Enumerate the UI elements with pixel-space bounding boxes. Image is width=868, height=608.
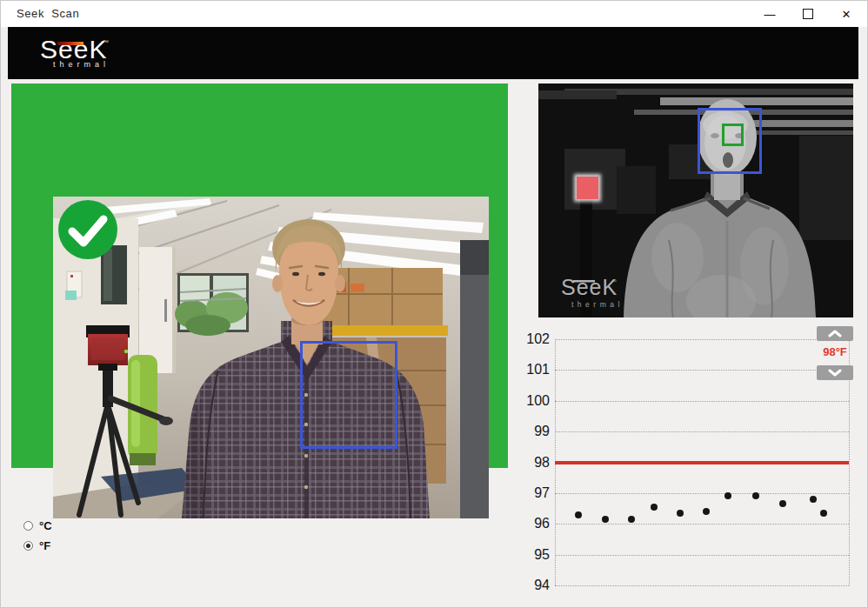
window-title: Seek Scan	[17, 7, 79, 20]
watermark-trademark: ™	[611, 279, 617, 284]
temperature-data-point	[820, 510, 827, 517]
threshold-increase-button[interactable]	[817, 326, 853, 341]
maximize-button[interactable]	[789, 1, 827, 27]
unit-celsius-label: °C	[39, 519, 52, 532]
y-axis-tick-label: 94	[521, 578, 550, 593]
seek-thermal-logo: SeeK ™ thermal	[40, 37, 110, 69]
unit-fahrenheit-radio[interactable]: °F	[23, 539, 50, 552]
gridline	[555, 401, 849, 402]
checkmark-icon	[58, 200, 117, 259]
temperature-data-point	[575, 511, 582, 518]
close-icon: ✕	[842, 8, 851, 21]
logo-wordmark: SeeK	[40, 37, 110, 63]
temperature-data-point	[724, 492, 731, 499]
title-bar: Seek Scan — ✕	[1, 1, 867, 27]
gridline	[555, 493, 849, 494]
gridline	[555, 585, 849, 586]
chevron-up-icon	[828, 330, 842, 337]
brand-header: SeeK ™ thermal	[8, 27, 858, 79]
unit-celsius-radio[interactable]: °C	[23, 519, 52, 532]
temperature-data-point	[779, 500, 786, 507]
thermal-scene: SeeK ™ thermal	[538, 84, 853, 317]
gridline	[555, 431, 849, 432]
temperature-data-point	[677, 510, 684, 517]
y-axis-tick-label: 102	[521, 331, 550, 347]
watermark-wordmark: SeeK	[561, 275, 618, 299]
face-detection-box	[300, 341, 397, 449]
temperature-data-point	[703, 508, 710, 515]
thermal-sample-spot-box	[722, 124, 744, 146]
gridline	[555, 555, 849, 556]
close-button[interactable]: ✕	[827, 1, 865, 27]
camera-view	[53, 197, 489, 518]
y-axis-tick-label: 95	[521, 547, 550, 563]
watermark-subtitle: thermal	[571, 300, 624, 309]
window-controls: — ✕	[751, 1, 865, 27]
temperature-data-point	[628, 516, 635, 523]
logo-trademark: ™	[103, 39, 109, 45]
minimize-button[interactable]: —	[751, 1, 789, 27]
gridline	[555, 339, 849, 340]
minimize-icon: —	[765, 8, 776, 21]
pass-check-badge	[58, 200, 117, 259]
chevron-down-icon	[828, 369, 842, 377]
seek-scan-window: Seek Scan — ✕ SeeK ™ thermal	[0, 0, 868, 608]
temperature-data-point	[602, 516, 609, 523]
y-axis-tick-label: 97	[521, 485, 550, 501]
threshold-value-label: 98°F	[813, 345, 857, 358]
y-axis-tick-label: 96	[521, 516, 550, 531]
gridline	[555, 370, 849, 371]
radio-circle-celsius	[23, 521, 33, 531]
logo-subtitle: thermal	[53, 60, 110, 69]
gridline	[555, 524, 849, 524]
y-axis-tick-label: 101	[521, 362, 550, 377]
y-axis-tick-label: 98	[521, 455, 550, 471]
logo-gradient-bar-icon	[57, 42, 83, 45]
y-axis-tick-label: 99	[521, 424, 550, 439]
thermal-view: SeeK ™ thermal	[538, 84, 853, 317]
temperature-data-point	[752, 492, 759, 499]
heat-reference-marker	[577, 177, 598, 199]
camera-scene	[53, 197, 489, 518]
threshold-decrease-button[interactable]	[817, 365, 853, 380]
temperature-data-point	[651, 504, 658, 511]
y-axis-tick-label: 100	[521, 393, 550, 409]
temperature-data-point	[810, 496, 817, 503]
unit-fahrenheit-label: °F	[39, 539, 50, 552]
temperature-chart: 98°F 949596979899100101102	[521, 323, 862, 594]
threshold-line	[555, 461, 849, 464]
radio-circle-fahrenheit	[23, 541, 33, 551]
screening-result-panel	[11, 84, 508, 468]
maximize-icon	[803, 9, 813, 19]
